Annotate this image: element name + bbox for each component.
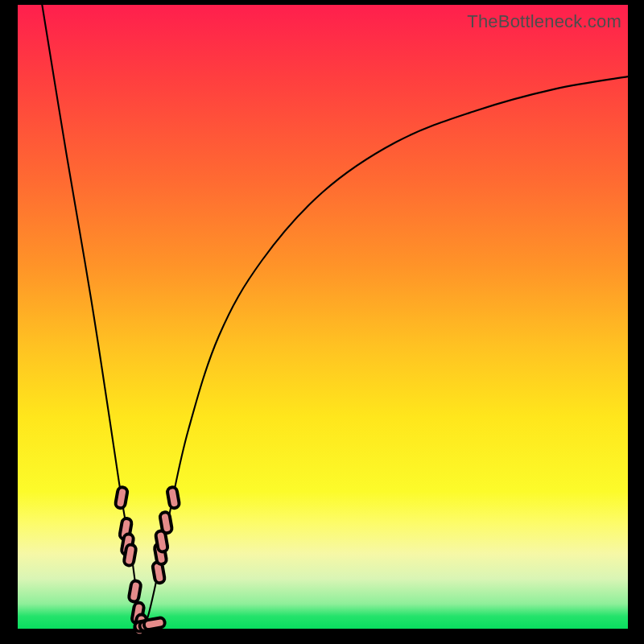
data-marker [159,511,172,534]
chart-plot-area: TheBottleneck.com [18,5,628,629]
data-marker [123,544,136,567]
chart-frame: TheBottleneck.com [0,0,644,644]
data-marker [167,486,180,509]
data-marker [143,617,166,630]
data-marker [128,580,141,603]
marker-group [115,486,180,636]
markers-svg [18,5,628,629]
data-marker [115,486,128,509]
